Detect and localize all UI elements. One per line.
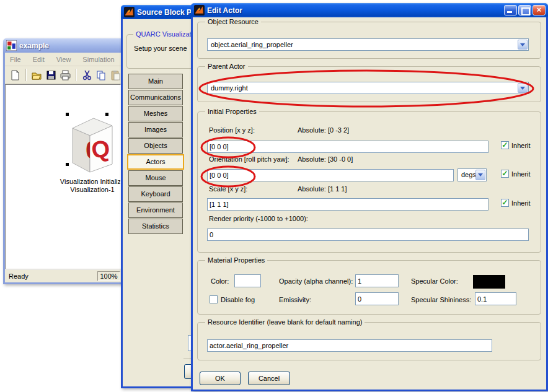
example-menubar: File Edit View Simulation Format <box>5 53 121 66</box>
tab-actors[interactable]: Actors <box>127 154 184 170</box>
block-label-line2: Visualization-1 <box>24 186 121 193</box>
check-icon: ✓ <box>502 170 508 177</box>
new-document-icon[interactable] <box>10 70 20 81</box>
toolbar-separator <box>76 69 77 81</box>
setup-scene-text: Setup your scene <box>134 45 187 52</box>
print-icon[interactable] <box>60 70 71 81</box>
simulink-app-icon <box>6 40 17 51</box>
disable-fog-checkbox[interactable] <box>210 295 218 303</box>
example-window-body: File Edit View Simulation Format <box>5 53 121 282</box>
color-swatch[interactable] <box>234 274 261 287</box>
example-window-title: example <box>19 41 49 50</box>
model-canvas[interactable]: 0 Q Visualization Initialize Visualizati… <box>5 84 121 269</box>
parent-actor-dropdown[interactable]: dummy.right <box>207 82 529 94</box>
opacity-input[interactable] <box>355 274 399 287</box>
scale-inherit-checkbox[interactable]: ✓ <box>501 199 509 207</box>
specular-color-swatch[interactable] <box>473 275 505 289</box>
window-example: example File Edit View Simulation Format <box>3 38 123 284</box>
emissivity-input[interactable] <box>355 292 399 305</box>
specular-shininess-label: Specular Shininess: <box>411 296 471 303</box>
tab-statistics[interactable]: Statistics <box>128 219 183 234</box>
minimize-button[interactable] <box>504 5 517 15</box>
position-label: Position [x y z]: <box>209 126 255 134</box>
chevron-down-icon[interactable] <box>518 83 528 93</box>
emissivity-label: Emissivity: <box>279 296 311 303</box>
render-priority-input[interactable] <box>207 229 529 241</box>
menu-file[interactable]: File <box>10 56 21 63</box>
position-input[interactable] <box>207 141 488 153</box>
chevron-down-icon[interactable] <box>475 170 485 180</box>
source-block-window-title: Source Block P <box>137 8 192 17</box>
tab-meshes[interactable]: Meshes <box>128 106 183 121</box>
copy-icon[interactable] <box>96 70 107 81</box>
resource-identifier-label: Resource Identifier (leave blank for def… <box>205 318 365 327</box>
cut-icon[interactable] <box>82 70 92 81</box>
parent-actor-value: dummy.right <box>211 84 248 92</box>
tab-keyboard[interactable]: Keyboard <box>128 186 183 202</box>
edit-actor-titlebar[interactable]: Edit Actor × <box>191 3 548 17</box>
specular-shininess-input[interactable] <box>475 292 516 305</box>
orientation-units-value: degs <box>461 171 476 178</box>
scale-label: Scale [x y z]: <box>209 185 247 193</box>
block-label-line1: Visualization Initialize <box>24 178 121 185</box>
edit-actor-body: Object Resource object.aerial_ring_prope… <box>193 17 546 390</box>
orientation-inherit-label: Inherit <box>511 170 531 178</box>
scale-inherit-label: Inherit <box>511 199 531 207</box>
example-toolbar <box>5 66 121 84</box>
color-label: Color: <box>211 277 229 285</box>
tab-mouse[interactable]: Mouse <box>128 170 183 186</box>
chevron-down-icon[interactable] <box>518 40 528 50</box>
cube-front-glyph: Q <box>90 136 111 163</box>
position-absolute-label: Absolute: [0 -3 2] <box>298 126 349 134</box>
maximize-button[interactable] <box>518 5 531 15</box>
example-titlebar[interactable]: example <box>3 38 123 53</box>
check-icon: ✓ <box>502 199 508 206</box>
matlab-app-icon <box>124 7 135 17</box>
render-priority-label: Render priority (-1000 to +1000): <box>209 215 308 222</box>
object-resource-value: object.aerial_ring_propeller <box>211 41 293 48</box>
status-text: Ready <box>9 272 29 280</box>
matlab-app-icon <box>194 5 205 15</box>
resource-identifier-input[interactable] <box>207 339 492 352</box>
specular-color-label: Specular Color: <box>411 277 458 285</box>
cancel-button[interactable]: Cancel <box>248 372 290 385</box>
edit-actor-window-title: Edit Actor <box>207 6 242 15</box>
open-icon[interactable] <box>32 70 42 81</box>
save-icon[interactable] <box>46 70 56 81</box>
check-icon: ✓ <box>502 142 508 149</box>
orientation-label: Orientation [roll pitch yaw]: <box>209 155 289 163</box>
tab-main[interactable]: Main <box>128 74 183 89</box>
object-resource-label: Object Resource <box>205 17 261 27</box>
initial-properties-label: Initial Properties <box>205 107 259 116</box>
visualization-block-icon[interactable]: 0 Q <box>69 115 113 175</box>
orientation-absolute-label: Absolute: [30 -0 0] <box>298 155 353 163</box>
tab-environment[interactable]: Environment <box>128 203 183 218</box>
menu-edit[interactable]: Edit <box>33 56 45 63</box>
tab-images[interactable]: Images <box>128 122 183 137</box>
window-edit-actor: Edit Actor × Object Resource object.aeri… <box>191 3 548 391</box>
zoom-level: 100% <box>97 271 120 281</box>
object-resource-dropdown[interactable]: object.aerial_ring_propeller <box>207 38 529 51</box>
ok-button[interactable]: OK <box>200 372 241 385</box>
menu-view[interactable]: View <box>56 56 71 63</box>
orientation-input[interactable] <box>207 169 454 181</box>
parent-actor-label: Parent Actor <box>205 62 248 71</box>
disable-fog-label: Disable fog <box>221 296 255 303</box>
toolbar-separator <box>25 69 27 81</box>
paste-icon[interactable] <box>110 70 121 81</box>
orientation-inherit-checkbox[interactable]: ✓ <box>501 170 509 178</box>
orientation-units-dropdown[interactable]: degs <box>457 168 487 181</box>
desktop: example File Edit View Simulation Format <box>0 0 548 392</box>
position-inherit-label: Inherit <box>511 142 531 149</box>
tab-objects[interactable]: Objects <box>128 138 183 154</box>
position-inherit-checkbox[interactable]: ✓ <box>501 141 509 149</box>
close-button[interactable]: × <box>533 5 546 15</box>
scale-absolute-label: Absolute: [1 1 1] <box>298 185 347 193</box>
material-properties-label: Material Properties <box>205 256 267 265</box>
scale-input[interactable] <box>207 198 488 211</box>
example-statusbar: Ready 100% <box>5 269 121 282</box>
tab-communications[interactable]: Communications <box>128 90 183 105</box>
quarc-group-label: QUARC Visualizati <box>133 30 195 39</box>
menu-simulation[interactable]: Simulation <box>82 56 114 63</box>
opacity-label: Opacity (alpha channel): <box>279 277 353 285</box>
